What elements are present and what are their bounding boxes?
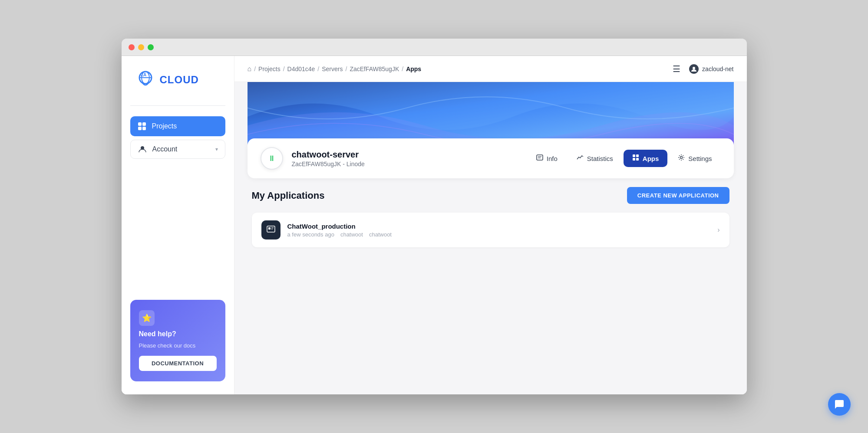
breadcrumb-sep-4: / [345,66,347,72]
server-info-bar: ⏸ chatwoot-server ZacEfFAW85ugJK - Linod… [248,138,734,178]
server-tabs: Info Statistics [528,150,721,167]
tab-apps-label: Apps [643,155,659,162]
tab-info[interactable]: Info [528,150,566,167]
applications-section: My Applications CREATE NEW APPLICATION [248,187,734,247]
svg-rect-19 [267,226,275,232]
pause-icon: ⏸ [268,154,276,163]
breadcrumb: ⌂ / Projects / D4d01c4e / Servers / ZacE… [248,65,422,73]
tab-info-label: Info [547,155,558,162]
svg-point-9 [693,67,695,69]
breadcrumb-zaceffaw85ugjk[interactable]: ZacEfFAW85ugJK [350,66,399,72]
info-tab-icon [536,154,543,163]
sidebar: ZA CLOUD Projects [122,56,234,394]
sidebar-divider [130,105,225,106]
tab-settings-label: Settings [688,155,712,162]
pause-button[interactable]: ⏸ [261,147,283,170]
chevron-down-icon: ▾ [215,146,218,152]
chat-fab-button[interactable] [828,393,851,416]
documentation-button[interactable]: DOCUMENTATION [139,356,217,371]
svg-rect-4 [138,122,142,126]
svg-rect-14 [633,154,635,157]
app-icon [266,224,276,236]
app-item-chevron-icon: › [717,226,719,234]
traffic-light-green[interactable] [148,44,154,50]
user-avatar-icon [689,64,699,74]
sidebar-item-projects[interactable]: Projects [130,116,225,136]
create-application-button[interactable]: CREATE NEW APPLICATION [627,187,729,204]
account-icon [138,144,147,154]
apps-section-title: My Applications [252,190,325,201]
app-details: ChatWoot_production a few seconds ago ch… [287,223,711,238]
logo-area: ZA CLOUD [130,69,225,95]
statistics-tab-icon [577,154,584,163]
apps-header: My Applications CREATE NEW APPLICATION [252,187,729,204]
hamburger-icon[interactable]: ☰ [673,64,680,74]
traffic-light-red[interactable] [129,44,135,50]
breadcrumb-current: Apps [406,66,421,72]
breadcrumb-sep-5: / [402,66,403,72]
settings-tab-icon [678,154,685,163]
app-tag-2: chatwoot [369,231,392,238]
tab-settings[interactable]: Settings [669,150,720,167]
page-content: ⏸ chatwoot-server ZacEfFAW85ugJK - Linod… [234,82,747,394]
star-icon: ⭐ [139,310,155,326]
home-icon[interactable]: ⌂ [248,65,252,73]
tab-statistics[interactable]: Statistics [568,150,622,167]
breadcrumb-sep-2: / [283,66,285,72]
user-badge[interactable]: zacloud-net [689,64,733,74]
svg-text:ZA: ZA [141,72,146,77]
help-card-subtitle: Please check our docs [139,342,196,349]
svg-rect-7 [142,127,146,130]
breadcrumb-projects[interactable]: Projects [258,66,281,72]
projects-label: Projects [152,122,177,130]
apps-tab-icon [632,154,639,163]
app-icon-box [261,220,281,239]
svg-rect-20 [268,227,271,230]
logo-text: CLOUD [160,74,199,86]
account-label: Account [152,145,178,153]
breadcrumb-servers[interactable]: Servers [322,66,343,72]
top-nav: ⌂ / Projects / D4d01c4e / Servers / ZacE… [234,56,747,82]
browser-titlebar [122,39,747,56]
svg-rect-15 [636,154,639,157]
server-name: chatwoot-server [292,150,519,160]
svg-rect-16 [633,158,635,161]
logo-icon: ZA [135,69,156,91]
nav-right: ☰ zacloud-net [673,64,733,74]
breadcrumb-sep-3: / [317,66,319,72]
main-area: ⌂ / Projects / D4d01c4e / Servers / ZacE… [234,56,747,394]
traffic-light-yellow[interactable] [138,44,144,50]
sidebar-item-account[interactable]: Account ▾ [130,140,225,159]
user-name: zacloud-net [702,66,733,72]
app-list-item[interactable]: ChatWoot_production a few seconds ago ch… [252,213,729,247]
tab-statistics-label: Statistics [587,155,613,162]
server-subtitle: ZacEfFAW85ugJK - Linode [292,161,519,167]
sidebar-nav: Projects Account ▾ [130,116,225,159]
app-meta: a few seconds ago chatwoot chatwoot [287,231,711,238]
traffic-lights [129,44,154,50]
app-name: ChatWoot_production [287,223,711,230]
svg-rect-11 [537,155,543,160]
svg-rect-17 [636,158,639,161]
breadcrumb-d4d01c4e[interactable]: D4d01c4e [287,66,315,72]
help-card: ⭐ Need help? Please check our docs DOCUM… [130,300,225,381]
app-list: ChatWoot_production a few seconds ago ch… [252,213,729,247]
svg-rect-6 [138,127,142,130]
projects-icon [137,121,147,131]
app-tag-1: chatwoot [340,231,363,238]
breadcrumb-sep-1: / [254,66,256,72]
server-title-area: chatwoot-server ZacEfFAW85ugJK - Linode [292,150,519,167]
help-card-title: Need help? [139,330,176,338]
tab-apps[interactable]: Apps [624,150,668,167]
svg-rect-5 [142,122,146,126]
svg-point-18 [680,157,683,159]
app-timestamp: a few seconds ago [287,231,334,238]
